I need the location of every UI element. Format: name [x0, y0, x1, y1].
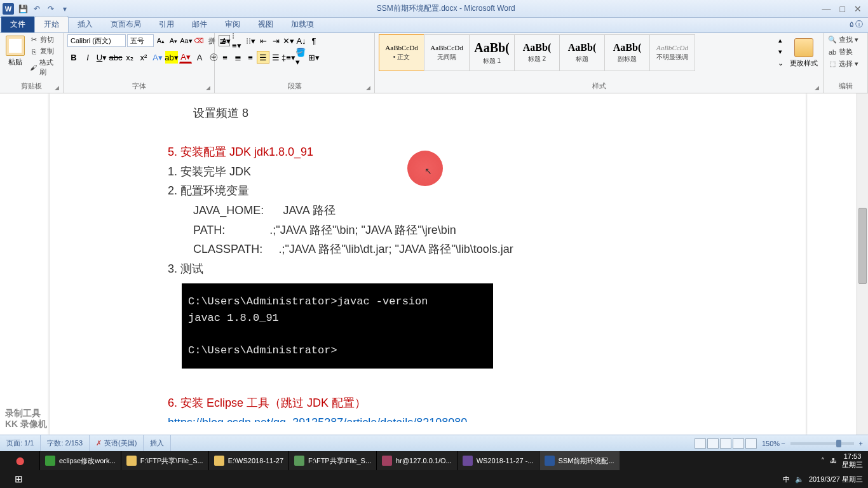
style-item[interactable]: AaBb(标题 2: [514, 34, 560, 71]
taskbar-item[interactable]: eclipse修改work...: [39, 451, 121, 470]
copy-button[interactable]: ⎘复制: [28, 46, 59, 57]
tab-page-layout[interactable]: 页面布局: [102, 17, 150, 32]
taskbar-item[interactable]: hr@127.0.0.1/O...: [376, 451, 457, 470]
tab-home[interactable]: 开始: [34, 16, 69, 32]
tab-insert[interactable]: 插入: [69, 17, 102, 32]
tab-addins[interactable]: 加载项: [282, 17, 323, 32]
fullscreen-reading-view-button[interactable]: [707, 438, 719, 449]
font-color-button[interactable]: A▾: [179, 51, 192, 64]
change-styles-button[interactable]: 更改样式: [789, 34, 819, 68]
document-content[interactable]: 设置频道 8 5. 安装配置 JDK jdk1.8.0_91 1. 安装完毕 J…: [168, 104, 688, 422]
tab-file[interactable]: 文件: [1, 17, 34, 32]
subscript-button[interactable]: x₂: [123, 51, 136, 64]
align-right-button[interactable]: ≡: [244, 51, 257, 64]
outline-view-button[interactable]: [733, 438, 744, 449]
zoom-out-button[interactable]: −: [781, 440, 785, 447]
taskbar-item[interactable]: E:\WS2018-11-27: [208, 451, 288, 470]
select-button[interactable]: ⬚选择▾: [827, 58, 859, 69]
tab-review[interactable]: 审阅: [216, 17, 249, 32]
paste-button[interactable]: 粘贴: [4, 34, 27, 67]
gallery-more-icon[interactable]: ⌄: [775, 57, 786, 69]
redo-icon[interactable]: ↷: [46, 4, 56, 14]
dialog-launcher-icon[interactable]: ◢: [366, 85, 370, 91]
line-spacing-button[interactable]: ‡≡▾: [282, 51, 295, 64]
taskbar-item[interactable]: F:\FTP共享\File_S...: [288, 451, 376, 470]
cut-button[interactable]: ✂剪切: [28, 34, 59, 45]
font-size-combo[interactable]: 五号: [127, 34, 154, 47]
speaker-icon[interactable]: 🔈: [795, 475, 804, 484]
character-shading-button[interactable]: A: [193, 51, 206, 64]
qat-dropdown-icon[interactable]: ▾: [60, 4, 70, 14]
undo-icon[interactable]: ↶: [32, 4, 42, 14]
insert-mode[interactable]: 插入: [144, 435, 171, 451]
start-button[interactable]: ⊞: [6, 470, 31, 488]
page-number[interactable]: 页面: 1/1: [0, 435, 41, 451]
style-item[interactable]: AaBb(标题 1: [469, 34, 515, 71]
document-area[interactable]: 设置频道 8 5. 安装配置 JDK jdk1.8.0_91 1. 安装完毕 J…: [0, 93, 868, 435]
clock[interactable]: 17:53 星期三: [842, 452, 863, 469]
minimize-button[interactable]: —: [822, 4, 831, 14]
gallery-down-icon[interactable]: ▾: [775, 46, 786, 57]
zoom-level[interactable]: 150%: [762, 440, 780, 447]
shading-button[interactable]: 🪣▾: [295, 51, 308, 64]
date-display[interactable]: 2019/3/27 星期三: [809, 475, 863, 484]
multilevel-list-button[interactable]: ⁝⁝▾: [244, 34, 257, 47]
style-item[interactable]: AaBb(标题: [559, 34, 605, 71]
clear-formatting-button[interactable]: ⌫: [193, 35, 205, 46]
vertical-scrollbar[interactable]: [857, 93, 868, 435]
word-count[interactable]: 字数: 2/153: [41, 435, 90, 451]
find-button[interactable]: 🔍查找▾: [827, 34, 859, 45]
dialog-launcher-icon[interactable]: ◢: [206, 85, 210, 91]
style-item[interactable]: AaBb(副标题: [604, 34, 650, 71]
network-icon[interactable]: 🖧: [830, 457, 837, 464]
maximize-button[interactable]: □: [840, 4, 845, 14]
font-name-combo[interactable]: Calibri (西文): [67, 34, 126, 47]
tray-up-icon[interactable]: ˄: [821, 457, 825, 465]
style-item[interactable]: AaBbCcDd• 正文: [379, 34, 424, 71]
save-icon[interactable]: 💾: [18, 4, 28, 14]
decrease-indent-button[interactable]: ⇤: [257, 34, 269, 47]
show-hide-button[interactable]: ¶: [308, 34, 320, 47]
scrollbar-thumb[interactable]: [858, 208, 867, 284]
superscript-button[interactable]: x²: [137, 51, 150, 64]
shrink-font-button[interactable]: A▾: [168, 35, 179, 46]
minimize-ribbon-icon[interactable]: ۵ ⓘ: [844, 17, 868, 32]
hyperlink[interactable]: https://blog.csdn.net/qq_39135287/articl…: [168, 413, 688, 422]
change-case-button[interactable]: Aa▾: [180, 35, 192, 46]
zoom-slider[interactable]: [790, 442, 854, 445]
zoom-in-button[interactable]: +: [859, 440, 863, 447]
style-item[interactable]: AaBbCcDd无间隔: [424, 34, 470, 71]
styles-gallery[interactable]: AaBbCcDd• 正文AaBbCcDd无间隔AaBb(标题 1AaBb(标题 …: [379, 34, 773, 71]
align-left-button[interactable]: ≡: [219, 51, 231, 64]
replace-button[interactable]: ab替换: [827, 46, 859, 57]
print-layout-view-button[interactable]: [695, 438, 706, 449]
borders-button[interactable]: ⊞▾: [308, 51, 320, 64]
asian-layout-button[interactable]: ✕▾: [282, 34, 295, 47]
strikethrough-button[interactable]: abc: [109, 51, 122, 64]
dialog-launcher-icon[interactable]: ◢: [55, 85, 59, 91]
dialog-launcher-icon[interactable]: ◢: [815, 85, 819, 91]
numbering-button[interactable]: ⁝≡▾: [231, 34, 244, 47]
align-center-button[interactable]: ≣: [231, 51, 244, 64]
close-button[interactable]: ✕: [854, 4, 862, 14]
taskbar-item[interactable]: F:\FTP共享\File_S...: [121, 451, 208, 470]
text-effects-button[interactable]: A▾: [151, 51, 164, 64]
format-painter-button[interactable]: 🖌格式刷: [28, 57, 59, 78]
highlight-button[interactable]: ab▾: [165, 51, 178, 64]
bullets-button[interactable]: ≣▾: [219, 34, 231, 47]
style-item[interactable]: AaBbCcDd不明显强调: [649, 34, 695, 71]
grow-font-button[interactable]: A▴: [155, 35, 166, 46]
tray-icon[interactable]: ⬤: [16, 456, 24, 465]
proofing-status[interactable]: ✗英语(美国): [90, 435, 144, 451]
gallery-up-icon[interactable]: ▴: [775, 34, 786, 46]
tab-mailings[interactable]: 邮件: [183, 17, 216, 32]
ime-indicator[interactable]: 中: [783, 475, 790, 484]
web-layout-view-button[interactable]: [720, 438, 731, 449]
bold-button[interactable]: B: [67, 51, 80, 64]
distributed-button[interactable]: ☰: [269, 51, 282, 64]
sort-button[interactable]: A↓: [295, 34, 308, 47]
increase-indent-button[interactable]: ⇥: [269, 34, 282, 47]
italic-button[interactable]: I: [81, 51, 94, 64]
tab-references[interactable]: 引用: [150, 17, 183, 32]
tab-view[interactable]: 视图: [249, 17, 282, 32]
